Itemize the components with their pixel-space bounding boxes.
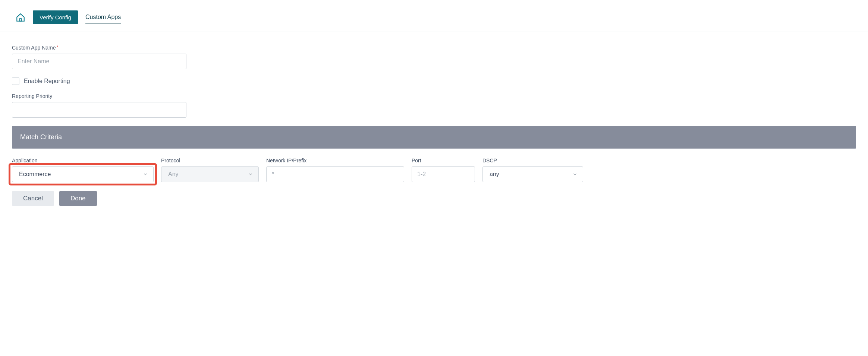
action-row: Cancel Done	[12, 191, 856, 206]
dscp-select[interactable]: any	[482, 166, 583, 182]
criteria-dscp: DSCP any	[482, 158, 583, 182]
enable-reporting-checkbox[interactable]	[12, 77, 19, 85]
protocol-label: Protocol	[161, 158, 259, 163]
cancel-button[interactable]: Cancel	[12, 191, 54, 206]
protocol-select-value: Any	[168, 171, 179, 178]
enable-reporting-label[interactable]: Enable Reporting	[24, 78, 70, 85]
required-indicator: *	[57, 45, 59, 50]
application-highlight: Ecommerce	[9, 163, 157, 185]
field-reporting-priority: Reporting Priority	[12, 93, 856, 118]
custom-app-name-input[interactable]	[12, 54, 186, 69]
criteria-application: Application Ecommerce	[12, 158, 154, 182]
port-input[interactable]	[412, 166, 475, 182]
protocol-select: Any	[161, 166, 259, 182]
criteria-port: Port	[412, 158, 475, 182]
field-custom-app-name: Custom App Name*	[12, 45, 856, 69]
svg-rect-0	[20, 19, 21, 21]
criteria-protocol: Protocol Any	[161, 158, 259, 182]
home-icon[interactable]	[16, 13, 25, 22]
port-label: Port	[412, 158, 475, 163]
enable-reporting-row: Enable Reporting	[12, 77, 856, 85]
reporting-priority-input[interactable]	[12, 102, 186, 118]
criteria-network: Network IP/Prefix	[266, 158, 404, 182]
form-content: Custom App Name* Enable Reporting Report…	[0, 32, 868, 221]
network-input[interactable]	[266, 166, 404, 182]
application-select-value: Ecommerce	[19, 171, 51, 178]
match-criteria-header: Match Criteria	[12, 126, 856, 149]
custom-app-name-label: Custom App Name*	[12, 45, 856, 51]
application-select[interactable]: Ecommerce	[12, 166, 154, 182]
reporting-priority-label: Reporting Priority	[12, 93, 856, 99]
chevron-down-icon	[143, 172, 148, 177]
dscp-label: DSCP	[482, 158, 583, 163]
network-label: Network IP/Prefix	[266, 158, 404, 163]
tab-custom-apps[interactable]: Custom Apps	[85, 12, 121, 23]
page-container: Verify Config Custom Apps Custom App Nam…	[0, 0, 868, 221]
match-criteria-row: Application Ecommerce Protocol Any	[12, 158, 856, 182]
header-bar: Verify Config Custom Apps	[0, 0, 868, 32]
chevron-down-icon	[248, 172, 253, 177]
dscp-select-value: any	[490, 171, 499, 178]
verify-config-button[interactable]: Verify Config	[33, 10, 78, 24]
done-button[interactable]: Done	[59, 191, 97, 206]
application-label: Application	[12, 158, 154, 163]
chevron-down-icon	[572, 172, 578, 177]
